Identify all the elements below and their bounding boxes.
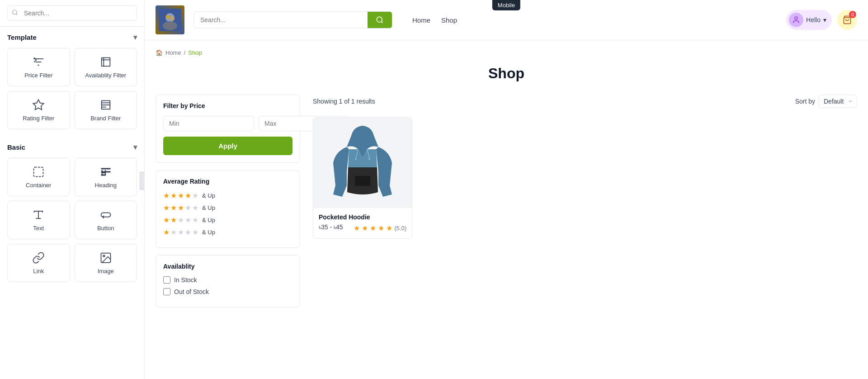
sidebar: Template ▾ Price Filter Availablity Filt… — [0, 0, 145, 379]
container-icon — [32, 166, 45, 178]
widget-heading[interactable]: H Heading — [75, 158, 137, 196]
user-button[interactable]: Hello ▾ — [786, 10, 832, 30]
out-of-stock-label: Out of Stock — [174, 288, 209, 295]
rating-row-3[interactable]: ★ ★ ★ ★ ★ & Up — [163, 204, 292, 212]
store-header-right: Hello ▾ 0 — [786, 10, 857, 30]
widget-button[interactable]: Button — [75, 201, 137, 239]
widget-link-label: Link — [33, 268, 44, 275]
rating-filter-title: Average Rating — [163, 178, 292, 185]
product-info: Pocketed Hoodie ৳35 - ৳45 ★ ★ ★ ★ ★ (5.0… — [313, 208, 412, 238]
product-rating-value: (5.0) — [394, 225, 406, 232]
rating-stars-2: ★ ★ ★ ★ ★ — [163, 216, 198, 224]
widget-button-label: Button — [97, 225, 114, 232]
widget-container[interactable]: Container — [7, 158, 70, 196]
results-count: Showing 1 of 1 results — [313, 98, 375, 105]
price-apply-button[interactable]: Apply — [163, 137, 292, 155]
text-icon — [32, 208, 45, 221]
sidebar-search-container — [0, 0, 144, 27]
widget-rating-filter[interactable]: Rating Filter — [7, 91, 70, 129]
availability-out-of-stock: Out of Stock — [163, 288, 292, 295]
product-card[interactable]: Pocketed Hoodie ৳35 - ৳45 ★ ★ ★ ★ ★ (5.0… — [313, 117, 412, 239]
breadcrumb-home[interactable]: Home — [165, 49, 181, 56]
widget-container-label: Container — [26, 182, 51, 189]
sidebar-collapse-button[interactable]: ‹ — [140, 172, 145, 190]
user-avatar — [789, 13, 803, 27]
svg-point-12 — [166, 15, 170, 19]
product-price: ৳35 - ৳45 — [319, 223, 343, 231]
breadcrumb-separator: / — [184, 49, 186, 56]
sidebar-search-input[interactable] — [7, 5, 137, 21]
price-inputs — [163, 116, 292, 131]
store-search-bar — [193, 11, 392, 28]
rating-row-2[interactable]: ★ ★ ★ ★ ★ & Up — [163, 216, 292, 224]
svg-point-0 — [13, 10, 17, 14]
rating-stars-3: ★ ★ ★ ★ ★ — [163, 204, 198, 212]
store-search-button[interactable] — [368, 12, 392, 28]
svg-point-20 — [355, 158, 357, 160]
availability-filter-section: Availablity In Stock Out of Stock — [156, 255, 300, 308]
widget-availability-filter[interactable]: Availablity Filter — [75, 48, 137, 86]
rating-stars-4: ★ ★ ★ ★ ★ — [163, 191, 198, 200]
rating-filter-icon — [32, 99, 45, 111]
nav-shop[interactable]: Shop — [441, 16, 457, 24]
user-icon — [792, 16, 800, 24]
svg-text:H: H — [101, 169, 106, 177]
widget-image[interactable]: Image — [75, 244, 137, 282]
price-filter-section: Filter by Price Apply — [156, 95, 300, 163]
widget-brand-filter-label: Brand Filter — [90, 115, 121, 122]
widget-text[interactable]: Text — [7, 201, 70, 239]
svg-point-11 — [163, 21, 177, 30]
widget-rating-filter-label: Rating Filter — [23, 115, 54, 122]
widget-heading-label: Heading — [95, 182, 117, 189]
svg-marker-2 — [33, 99, 44, 109]
template-section-header[interactable]: Template ▾ — [0, 27, 144, 46]
product-area: Showing 1 of 1 results Sort by Default — [313, 95, 857, 315]
breadcrumb: 🏠 Home / Shop — [156, 49, 857, 56]
widget-link[interactable]: Link — [7, 244, 70, 282]
cart-badge: 0 — [849, 11, 856, 18]
brand-filter-icon — [99, 99, 112, 111]
rating-row-4[interactable]: ★ ★ ★ ★ ★ & Up — [163, 191, 292, 200]
sort-select[interactable]: Default — [819, 95, 857, 108]
user-hello-label: Hello — [806, 16, 821, 24]
widget-brand-filter[interactable]: Brand Filter — [75, 91, 137, 129]
svg-point-15 — [795, 17, 797, 19]
svg-point-14 — [377, 17, 382, 22]
button-icon — [99, 208, 112, 221]
widget-text-label: Text — [33, 225, 44, 232]
widget-availability-filter-label: Availablity Filter — [85, 72, 126, 79]
store-body: 🏠 Home / Shop Shop Filter by Price Apply — [145, 40, 868, 379]
availability-filter-icon — [99, 56, 112, 68]
shop-layout: Filter by Price Apply Average Rating ★ ★ — [156, 95, 857, 315]
product-image — [313, 118, 412, 208]
svg-point-13 — [170, 16, 175, 21]
svg-rect-6 — [101, 213, 110, 217]
breadcrumb-current: Shop — [188, 49, 202, 56]
template-widget-grid: Price Filter Availablity Filter Rating F… — [0, 46, 144, 137]
price-filter-title: Filter by Price — [163, 102, 292, 109]
widget-image-label: Image — [98, 268, 114, 275]
sort-label: Sort by — [795, 98, 815, 105]
rating-row-1[interactable]: ★ ★ ★ ★ ★ & Up — [163, 228, 292, 237]
sort-area: Sort by Default — [795, 95, 857, 108]
store-search-icon — [376, 16, 384, 24]
svg-rect-17 — [354, 175, 371, 186]
basic-chevron-icon: ▾ — [133, 143, 137, 152]
store-search-input[interactable] — [194, 12, 368, 28]
product-rating: ★ ★ ★ ★ ★ (5.0) — [354, 224, 406, 232]
page-title: Shop — [156, 65, 857, 82]
basic-section-header[interactable]: Basic ▾ — [0, 137, 144, 156]
widget-price-filter[interactable]: Price Filter — [7, 48, 70, 86]
hoodie-image — [326, 122, 399, 204]
search-icon — [12, 9, 18, 17]
out-of-stock-checkbox[interactable] — [163, 288, 170, 295]
heading-icon: H — [99, 166, 112, 178]
store-nav: Home Shop — [412, 16, 457, 24]
link-icon — [32, 251, 45, 264]
nav-home[interactable]: Home — [412, 16, 430, 24]
price-min-input[interactable] — [163, 116, 254, 131]
breadcrumb-home-icon: 🏠 — [156, 49, 163, 56]
price-filter-icon — [32, 56, 45, 68]
in-stock-checkbox[interactable] — [163, 276, 170, 284]
cart-button[interactable]: 0 — [837, 10, 857, 30]
